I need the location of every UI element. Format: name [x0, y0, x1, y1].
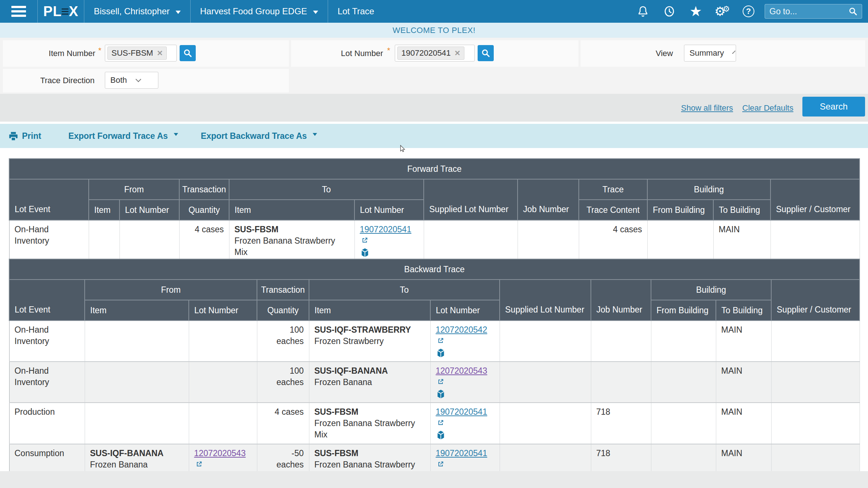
lot-event-cell: On-Hand Inventory — [9, 321, 85, 362]
lot-number-input[interactable]: 19072020541 ✕ — [395, 45, 475, 62]
clear-defaults-link[interactable]: Clear Defaults — [742, 103, 793, 113]
container-cube-icon[interactable] — [436, 348, 446, 358]
col-to-building: To Building — [716, 300, 771, 321]
lot-number-chip: 19072020541 ✕ — [397, 47, 464, 60]
bell-icon — [637, 5, 649, 18]
col-supplied-lot-number: Supplied Lot Number — [500, 280, 591, 321]
colgroup-from: From — [89, 179, 179, 200]
show-all-filters-link[interactable]: Show all filters — [681, 103, 733, 113]
chevron-down-icon — [174, 133, 178, 136]
printer-icon — [8, 131, 18, 141]
goto-search-input[interactable]: Go to... — [765, 4, 862, 19]
from-item-cell — [85, 403, 189, 444]
chevron-down-icon — [313, 133, 317, 136]
item-number-search-button[interactable] — [180, 45, 196, 61]
container-cube-icon[interactable] — [360, 248, 370, 258]
col-trace-content: Trace Content — [579, 200, 647, 220]
from-item-cell — [85, 321, 189, 362]
item-number-chip: SUS-FBSM ✕ — [107, 47, 167, 60]
from-lot-cell — [119, 220, 179, 262]
favorites-button[interactable]: ★ — [683, 4, 709, 18]
item-number-input[interactable]: SUS-FBSM ✕ — [105, 45, 177, 62]
trace-direction-select[interactable]: Both — [105, 72, 158, 89]
supplied-lot-cell — [424, 220, 518, 262]
external-link-icon — [437, 461, 444, 467]
chip-remove-icon[interactable]: ✕ — [157, 49, 163, 58]
required-asterisk: * — [98, 46, 102, 55]
lot-number-link[interactable]: 12072020543 — [194, 448, 246, 458]
backward-trace-row: Production 4 cases SUS-FBSM Frozen Banan… — [9, 403, 860, 444]
backward-trace-title: Backward Trace — [9, 259, 860, 280]
to-item-cell: SUS-FBSM Frozen Banana Strawberry Mix — [309, 403, 430, 444]
lot-event-cell: Production — [9, 403, 85, 444]
notifications-button[interactable] — [630, 5, 656, 18]
view-select[interactable]: Summary — [684, 45, 736, 62]
menu-button[interactable] — [0, 0, 38, 23]
user-menu[interactable]: Bissell, Christopher — [84, 0, 191, 23]
search-icon — [481, 49, 490, 58]
help-button[interactable]: ? — [735, 5, 762, 17]
question-icon: ? — [743, 5, 754, 17]
supplier-customer-cell — [771, 321, 860, 362]
forward-trace-row: On-Hand Inventory 4 cases SUS-FBSM Froze… — [9, 220, 860, 262]
to-lot-cell: 19072020541 — [430, 403, 500, 444]
search-icon — [183, 49, 192, 58]
from-lot-cell — [189, 321, 257, 362]
from-building-cell — [651, 362, 716, 403]
supplied-lot-cell — [500, 321, 591, 362]
supplier-customer-cell — [770, 220, 860, 262]
view-label: View — [618, 49, 673, 58]
item-number-label: Item Number — [4, 49, 95, 58]
search-button[interactable]: Search — [802, 97, 865, 117]
welcome-banner: WELCOME TO PLEX! — [0, 23, 868, 38]
lot-number-link[interactable]: 12072020542 — [436, 325, 488, 334]
lot-number-link[interactable]: 19072020541 — [436, 448, 488, 458]
external-link-icon — [437, 419, 444, 426]
col-from-item: Item — [85, 300, 189, 321]
job-number-cell: 718 — [591, 403, 651, 444]
chevron-down-icon — [732, 50, 736, 53]
external-link-icon — [361, 237, 368, 244]
col-from-lot-number: Lot Number — [119, 200, 179, 220]
chip-remove-icon[interactable]: ✕ — [455, 49, 461, 58]
forward-trace-title: Forward Trace — [9, 159, 860, 179]
to-lot-cell: 19072020541 — [354, 220, 424, 262]
to-building-cell: MAIN — [716, 362, 771, 403]
lot-number-label: Lot Number — [291, 49, 383, 58]
lot-number-search-button[interactable] — [478, 45, 494, 61]
backward-trace-table: Backward Trace Lot Event From Transactio… — [9, 259, 860, 488]
print-button[interactable]: Print — [8, 131, 41, 141]
history-button[interactable] — [656, 5, 683, 18]
lot-number-link[interactable]: 12072020543 — [436, 366, 488, 376]
lot-number-link[interactable]: 19072020541 — [436, 407, 488, 417]
export-backward-trace-menu[interactable]: Export Backward Trace As — [201, 131, 317, 141]
forward-trace-table: Forward Trace Lot Event From Transaction… — [9, 158, 860, 262]
job-number-cell — [591, 362, 651, 403]
from-item-cell — [85, 362, 189, 403]
star-icon: ★ — [689, 4, 702, 18]
container-cube-icon[interactable] — [436, 389, 446, 399]
from-building-cell — [647, 220, 713, 262]
page-title: Lot Trace — [328, 0, 384, 23]
quantity-cell: 4 cases — [257, 403, 309, 444]
col-to-building: To Building — [713, 200, 770, 220]
backward-trace-row: On-Hand Inventory 100 eaches SUS-IQF-BAN… — [9, 362, 860, 403]
user-name: Bissell, Christopher — [94, 6, 170, 16]
container-cube-icon[interactable] — [436, 430, 446, 440]
colgroup-transaction: Transaction — [257, 280, 309, 300]
required-asterisk: * — [387, 46, 390, 55]
supplier-customer-cell — [771, 403, 860, 444]
chevron-down-icon — [136, 76, 141, 82]
col-to-item: Item — [309, 300, 430, 321]
export-forward-trace-menu[interactable]: Export Forward Trace As — [68, 131, 178, 141]
settings-button[interactable]: ⚙⚙ — [709, 5, 735, 18]
filter-panel: Item Number * SUS-FBSM ✕ Lot Number * 19… — [0, 38, 868, 94]
col-job-number: Job Number — [518, 179, 579, 220]
col-supplier-customer: Supplier / Customer — [770, 179, 860, 220]
lot-number-link[interactable]: 19072020541 — [360, 225, 412, 234]
company-menu[interactable]: Harvest Food Group EDGE — [191, 0, 328, 23]
from-item-cell — [89, 220, 119, 262]
search-icon — [849, 7, 857, 16]
colgroup-to: To — [229, 179, 424, 200]
col-supplied-lot-number: Supplied Lot Number — [424, 179, 518, 220]
